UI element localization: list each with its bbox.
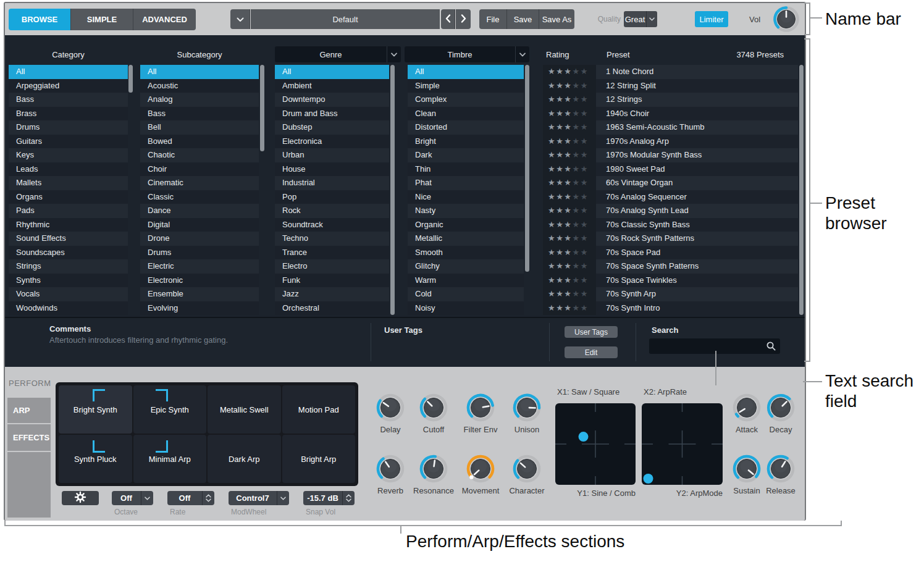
rating-stars[interactable]: ★★★★★	[543, 93, 596, 107]
scrollbar-thumb[interactable]	[390, 65, 395, 315]
preset-item-70s-space-synth-patterns[interactable]: 70s Space Synth Patterns	[596, 259, 798, 274]
list-item-bell[interactable]: Bell	[140, 120, 259, 135]
list-item-industrial[interactable]: Industrial	[275, 176, 389, 190]
list-item-all[interactable]: All	[408, 65, 524, 79]
vol-knob[interactable]	[771, 4, 802, 35]
knob-resonance[interactable]	[418, 453, 450, 485]
list-item-strings[interactable]: Strings	[9, 259, 128, 274]
save-as-button[interactable]: Save As	[539, 9, 574, 29]
list-item-noisy[interactable]: Noisy	[408, 301, 524, 316]
list-item-analog[interactable]: Analog	[140, 93, 259, 107]
rating-stars[interactable]: ★★★★★	[543, 148, 596, 162]
list-item-acoustic[interactable]: Acoustic	[140, 79, 259, 93]
list-item-cold[interactable]: Cold	[408, 287, 524, 301]
stepper-icons[interactable]	[202, 491, 214, 505]
list-item-brass[interactable]: Brass	[9, 107, 128, 121]
list-item-metallic[interactable]: Metallic	[408, 232, 524, 246]
list-item-keys[interactable]: Keys	[9, 148, 128, 162]
list-item-house[interactable]: House	[275, 162, 389, 177]
search-input[interactable]	[649, 338, 780, 354]
tab-simple[interactable]: SIMPLE	[71, 9, 133, 30]
list-item-all[interactable]: All	[275, 65, 389, 79]
list-item-warm[interactable]: Warm	[408, 274, 524, 288]
list-item-all[interactable]: All	[140, 65, 259, 79]
preset-item-70s-classic-synth-bass[interactable]: 70s Classic Synth Bass	[596, 218, 798, 232]
pad-selection-frame[interactable]	[93, 440, 105, 453]
scrollbar-thumb[interactable]	[128, 65, 133, 93]
modwheel-control[interactable]: Control7	[229, 491, 289, 505]
xy-pad-1[interactable]	[555, 403, 636, 485]
preset-item-60s-vintage-organ[interactable]: 60s Vintage Organ	[596, 176, 798, 190]
list-item-leads[interactable]: Leads	[9, 162, 128, 177]
preset-item-70s-synth-arp[interactable]: 70s Synth Arp	[596, 287, 798, 301]
list-item-guitars[interactable]: Guitars	[9, 135, 128, 149]
edit-button[interactable]: Edit	[565, 346, 618, 358]
chevron-down-icon[interactable]	[141, 491, 153, 505]
list-item-drums[interactable]: Drums	[140, 246, 259, 260]
rate-control[interactable]: Off	[167, 491, 214, 505]
knob-character[interactable]	[511, 453, 543, 485]
rating-stars[interactable]: ★★★★★	[543, 135, 596, 149]
prev-preset-button[interactable]	[441, 9, 455, 29]
list-item-drum-and-bass[interactable]: Drum and Bass	[275, 107, 389, 121]
knob-delay[interactable]	[374, 392, 406, 424]
list-item-rhythmic[interactable]: Rhythmic	[9, 218, 128, 232]
stepper-icons[interactable]	[342, 491, 355, 505]
knob-movement[interactable]	[464, 453, 497, 485]
tab-advanced[interactable]: ADVANCED	[133, 9, 196, 30]
snapshot-pad-dark-arp[interactable]: Dark Arp	[208, 435, 281, 483]
preset-item-1970s-modular-synth-bass[interactable]: 1970s Modular Synth Bass	[596, 148, 798, 162]
rating-stars[interactable]: ★★★★★	[543, 287, 596, 301]
rating-stars[interactable]: ★★★★★	[543, 204, 596, 218]
xy-pad-2[interactable]	[642, 403, 723, 485]
list-item-evolving[interactable]: Evolving	[140, 301, 259, 316]
list-item-urban[interactable]: Urban	[275, 148, 389, 162]
file-button[interactable]: File	[479, 9, 507, 29]
snap-vol-control[interactable]: -15.7 dB	[303, 491, 355, 505]
quality-dropdown[interactable]: Great	[624, 11, 657, 27]
list-item-classic[interactable]: Classic	[140, 190, 259, 204]
rating-stars[interactable]: ★★★★★	[543, 301, 596, 316]
list-item-nice[interactable]: Nice	[408, 190, 524, 204]
list-item-all[interactable]: All	[9, 65, 128, 79]
next-preset-button[interactable]	[456, 9, 471, 29]
list-item-smooth[interactable]: Smooth	[408, 246, 524, 260]
list-item-choir[interactable]: Choir	[140, 162, 259, 177]
snapshot-pad-metallic-swell[interactable]: Metallic Swell	[208, 385, 281, 434]
list-item-downtempo[interactable]: Downtempo	[275, 93, 389, 107]
rating-stars[interactable]: ★★★★★	[543, 190, 596, 204]
list-item-thin[interactable]: Thin	[408, 162, 524, 177]
list-item-drums[interactable]: Drums	[9, 120, 128, 135]
preset-name-field[interactable]: Default	[251, 9, 440, 29]
knob-reverb[interactable]	[374, 453, 406, 485]
preset-item-70s-rock-synth-patterns[interactable]: 70s Rock Synth Patterns	[596, 232, 798, 246]
list-item-synths[interactable]: Synths	[9, 274, 128, 288]
snapshot-pad-motion-pad[interactable]: Motion Pad	[282, 385, 356, 434]
preset-item-1940s-choir[interactable]: 1940s Choir	[596, 107, 798, 121]
preset-item-1980-sweet-pad[interactable]: 1980 Sweet Pad	[596, 162, 798, 177]
list-item-techno[interactable]: Techno	[275, 232, 389, 246]
list-item-dubstep[interactable]: Dubstep	[275, 120, 389, 135]
list-item-dance[interactable]: Dance	[140, 204, 259, 218]
list-item-bowed[interactable]: Bowed	[140, 135, 259, 149]
rating-stars[interactable]: ★★★★★	[543, 176, 596, 190]
chevron-down-icon[interactable]	[277, 491, 289, 505]
list-item-orchestral[interactable]: Orchestral	[275, 301, 389, 316]
preset-item-1963-semi-acoustic-thumb[interactable]: 1963 Semi-Acoustic Thumb	[596, 120, 798, 135]
snapshot-pad-bright-arp[interactable]: Bright Arp	[282, 435, 356, 483]
preset-item-70s-space-pad[interactable]: 70s Space Pad	[596, 246, 798, 260]
pad-selection-frame[interactable]	[156, 440, 168, 453]
tab-effects[interactable]: EFFECTS	[7, 424, 51, 451]
list-item-ensemble[interactable]: Ensemble	[140, 287, 259, 301]
list-item-dark[interactable]: Dark	[408, 148, 524, 162]
preset-item-12-string-split[interactable]: 12 String Split	[596, 79, 798, 93]
knob-filter-env[interactable]	[464, 392, 497, 424]
list-item-sound-effects[interactable]: Sound Effects	[9, 232, 128, 246]
scrollbar-thumb[interactable]	[525, 65, 529, 272]
list-item-simple[interactable]: Simple	[408, 79, 524, 93]
rating-stars[interactable]: ★★★★★	[543, 65, 596, 79]
octave-control[interactable]: Off	[112, 491, 153, 505]
list-item-chaotic[interactable]: Chaotic	[140, 148, 259, 162]
list-item-complex[interactable]: Complex	[408, 93, 524, 107]
list-item-clean[interactable]: Clean	[408, 107, 524, 121]
